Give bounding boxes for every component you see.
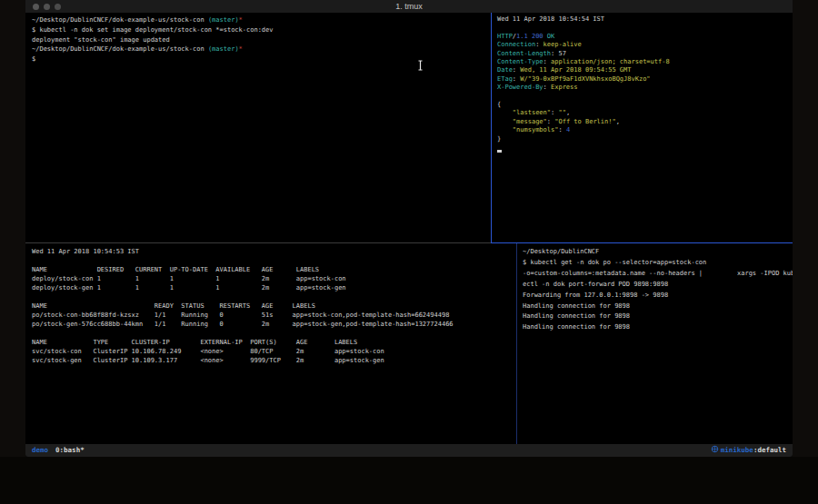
kubernetes-wheel-icon: [711, 445, 719, 453]
terminal-line: NAME TYPE CLUSTER-IP EXTERNAL-IP PORT(S)…: [32, 338, 523, 347]
terminal-line: po/stock-gen-576cc688bb-44kmn 1/1 Runnin…: [32, 320, 523, 329]
mouse-ibeam-cursor: [417, 60, 424, 71]
window-title: 1. tmux: [25, 0, 793, 13]
terminal-line: Handling connection for 9898: [523, 311, 793, 322]
terminal-line: Date: Wed, 11 Apr 2018 09:54:55 GMT: [497, 66, 793, 74]
terminal-cursor: [497, 150, 502, 153]
terminal-line: [32, 292, 523, 301]
terminal-line: Content-Length: 57: [497, 50, 793, 58]
terminal-line: ectl -n dok port-forward POD 9898:9898: [523, 280, 793, 291]
terminal-line: $ kubectl -n dok set image deployment/st…: [32, 25, 497, 35]
terminal-line: X-Powered-By: Express: [497, 84, 793, 92]
terminal-line: "lastseen": "",: [497, 109, 793, 117]
kube-context: minikube: [721, 446, 753, 454]
terminal-line: [497, 24, 793, 32]
terminal-line: deploy/stock-gen 1 1 1 1 2m app=stock-ge…: [32, 283, 523, 292]
session-name: demo: [32, 446, 48, 454]
terminal-line: "numsymbols": 4: [497, 126, 793, 134]
terminal-line: Content-Type: application/json; charset=…: [497, 58, 793, 66]
terminal-window: 1. tmux ~/Desktop/DublinCNCF/dok-example…: [25, 0, 793, 457]
status-left: demo0:bash*: [32, 444, 85, 457]
terminal-line: NAME DESIRED CURRENT UP-TO-DATE AVAILABL…: [32, 265, 523, 274]
terminal-line: Handling connection for 9898: [523, 301, 793, 312]
pane-top-right-http-response[interactable]: Wed 11 Apr 2018 10:54:54 IST HTTP/1.1 20…: [492, 13, 793, 245]
kube-status: minikube:default: [711, 444, 786, 457]
terminal-line: -o=custom-columns=:metadata.name --no-he…: [523, 269, 793, 280]
terminal-line: Wed 11 Apr 2018 10:54:53 IST: [32, 247, 523, 256]
tmux-status-bar: demo0:bash* minikube:default: [25, 444, 793, 457]
terminal-line: svc/stock-gen ClusterIP 10.109.3.177 <no…: [32, 356, 523, 365]
terminal-line: [32, 256, 523, 265]
window-tab-bash[interactable]: 0:bash*: [55, 446, 85, 454]
pane-divider-vertical-top[interactable]: [491, 13, 492, 242]
terminal-line: $ kubectl get -n dok po --selector=app=s…: [523, 258, 793, 269]
terminal-line: [497, 143, 793, 152]
terminal-line: Connection: keep-alive: [497, 41, 793, 49]
terminal-line: po/stock-con-bb68f88fd-kzsxz 1/1 Running…: [32, 311, 523, 320]
terminal-line: deploy/stock-con 1 1 1 1 2m app=stock-co…: [32, 274, 523, 283]
pane-bottom-right-port-forward[interactable]: ~/Desktop/DublinCNCF$ kubectl get -n dok…: [517, 243, 793, 448]
terminal-line: }: [497, 135, 793, 143]
terminal-line: Wed 11 Apr 2018 10:54:54 IST: [497, 15, 793, 24]
terminal-line: HTTP/1.1 200 OK: [497, 33, 793, 41]
zoom-button[interactable]: [55, 4, 61, 10]
kube-namespace: :default: [753, 446, 786, 454]
terminal-line: svc/stock-con ClusterIP 10.106.78.249 <n…: [32, 347, 523, 356]
pane-divider-vertical-bottom[interactable]: [516, 243, 517, 444]
terminal-line: "message": "Off to Berlin!",: [497, 118, 793, 126]
terminal-line: ~/Desktop/DublinCNCF/dok-example-us/stoc…: [32, 44, 497, 54]
terminal-line: [497, 93, 793, 101]
pane-bottom-left-kubectl-tables[interactable]: Wed 11 Apr 2018 10:54:53 IST NAME DESIRE…: [25, 243, 523, 448]
terminal-line: Handling connection for 9898: [523, 322, 793, 333]
desktop-background: { "window": { "title": "1. tmux" }, "col…: [0, 0, 818, 504]
pane-top-left-shell[interactable]: ~/Desktop/DublinCNCF/dok-example-us/stoc…: [25, 13, 497, 245]
close-button[interactable]: [33, 4, 39, 10]
terminal-line: ~/Desktop/DublinCNCF: [523, 247, 793, 258]
window-titlebar[interactable]: 1. tmux: [25, 0, 793, 14]
terminal-line: {: [497, 101, 793, 109]
terminal-line: $: [32, 54, 497, 64]
desktop-lower-strip: [0, 457, 818, 504]
terminal-line: Forwarding from 127.0.0.1:9898 -> 9898: [523, 291, 793, 301]
terminal-line: ~/Desktop/DublinCNCF/dok-example-us/stoc…: [32, 15, 497, 25]
terminal-line: [32, 329, 523, 338]
pane-divider-horizontal-left[interactable]: [25, 242, 491, 243]
terminal-line: NAME READY STATUS RESTARTS AGE LABELS: [32, 301, 523, 311]
terminal-line: ETag: W/"39-0xBPf9aF1dXVNkhsxoBQgJ8vKzo": [497, 75, 793, 84]
terminal-line: deployment "stock-con" image updated: [32, 35, 497, 45]
minimize-button[interactable]: [44, 4, 50, 10]
pane-divider-horizontal-right[interactable]: [491, 242, 793, 243]
